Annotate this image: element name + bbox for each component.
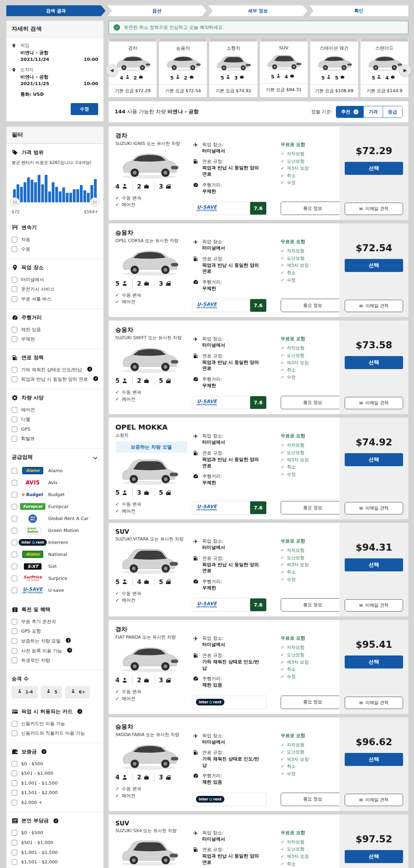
filter-option[interactable]: 무료 추가 운전자 xyxy=(12,617,98,627)
supplier-filter-surprice[interactable]: SurPricecar rentalsSurprice xyxy=(12,572,98,584)
step-확인[interactable]: 확인 xyxy=(309,5,408,16)
step-옵션[interactable]: 옵션 xyxy=(107,5,206,16)
checkbox[interactable] xyxy=(12,564,17,569)
step-세부 정보[interactable]: 세부 정보 xyxy=(208,5,307,16)
filter-option[interactable]: 위생적인 차량 xyxy=(12,655,98,665)
checkbox[interactable] xyxy=(12,327,17,332)
checkbox[interactable] xyxy=(12,830,17,836)
filter-option[interactable]: $2,000 + xyxy=(12,867,98,868)
checkbox[interactable] xyxy=(12,771,17,776)
info-icon[interactable]: i xyxy=(67,648,72,653)
filter-option[interactable]: $1,001 - $1,500 xyxy=(12,848,98,857)
info-icon[interactable]: i xyxy=(354,109,358,114)
filter-option[interactable]: 가득 채워진 상태로 인도/반납i xyxy=(12,365,98,375)
info-icon[interactable]: i xyxy=(42,749,46,754)
checkbox[interactable] xyxy=(12,436,17,442)
passenger-count-button-1-4[interactable]: 1-4 xyxy=(12,686,38,698)
checkbox[interactable] xyxy=(12,638,17,644)
checkbox[interactable] xyxy=(12,540,17,545)
important-info-button[interactable]: 중요 정보 xyxy=(281,696,345,709)
checkbox[interactable] xyxy=(12,286,17,292)
checkbox[interactable] xyxy=(12,336,17,342)
step-검색 결과[interactable]: 검색 결과 xyxy=(6,5,106,16)
select-button[interactable]: 선택 xyxy=(345,655,403,669)
info-icon[interactable]: i xyxy=(93,376,98,381)
email-quote-button[interactable]: ✉이메일 견적 xyxy=(345,300,403,312)
info-icon[interactable]: i xyxy=(77,709,82,714)
checkbox[interactable] xyxy=(12,619,17,625)
filter-option[interactable]: $0 - $500 xyxy=(12,828,98,838)
filter-option[interactable]: GPS 포함 xyxy=(12,626,98,636)
filter-option[interactable]: 신용카드와 직불카드 이용 가능 xyxy=(12,728,98,738)
filter-option[interactable]: 제한 있음 xyxy=(12,325,98,335)
filter-option[interactable]: $1,501 - $2,000 xyxy=(12,857,98,867)
price-slider-handle-max[interactable] xyxy=(90,197,100,207)
filter-option[interactable]: $501 - $1,000 xyxy=(12,838,98,848)
email-quote-button[interactable]: ✉이메일 견적 xyxy=(345,203,403,215)
filter-option[interactable]: 픽업과 반납 시 동일한 양의 연료i xyxy=(12,374,98,384)
info-icon[interactable]: i xyxy=(53,818,58,823)
supplier-filter-alamo[interactable]: AlamoAlamo xyxy=(12,465,98,477)
filter-option[interactable]: 운전기사 서비스 xyxy=(12,284,98,294)
supplier-filter-global[interactable]: GLOBALGlobal Rent A Car xyxy=(12,513,98,525)
filter-option[interactable]: 휘발유 xyxy=(12,434,98,444)
checkbox[interactable] xyxy=(12,790,17,796)
checkbox[interactable] xyxy=(12,552,17,557)
checkbox[interactable] xyxy=(12,277,17,283)
filter-option[interactable]: $501 - $1,000 xyxy=(12,768,98,778)
checkbox[interactable] xyxy=(12,730,17,736)
sort-button-등급[interactable]: 등급 xyxy=(383,106,402,118)
filter-option[interactable]: 무제한 xyxy=(12,334,98,344)
supplier-filter-europcar[interactable]: EuropcarEuropcar xyxy=(12,501,98,513)
checkbox[interactable] xyxy=(12,648,17,654)
filter-option[interactable]: $2,000 + xyxy=(12,798,98,807)
checkbox[interactable] xyxy=(12,376,17,382)
filter-option[interactable]: 터미널에서 xyxy=(12,275,98,285)
sort-button-가격[interactable]: 가격 xyxy=(363,106,383,118)
passenger-count-button-6+[interactable]: 6+ xyxy=(65,686,90,698)
filter-option[interactable]: 수동 xyxy=(12,244,98,254)
checkbox[interactable] xyxy=(12,367,17,373)
important-info-button[interactable]: 중요 정보 xyxy=(281,396,345,409)
vehicle-category-card[interactable]: 스테이션 왜건55기본 요금 $108.69 xyxy=(310,39,358,97)
checkbox[interactable] xyxy=(12,246,17,252)
filter-option[interactable]: 보증하는 차량 모델i xyxy=(12,636,98,646)
checkbox[interactable] xyxy=(12,840,17,845)
checkbox[interactable] xyxy=(12,588,17,593)
email-quote-button[interactable]: ✉이메일 견적 xyxy=(345,397,403,409)
checkbox[interactable] xyxy=(12,800,17,805)
important-info-button[interactable]: 중요 정보 xyxy=(281,793,345,806)
checkbox[interactable] xyxy=(12,658,17,663)
checkbox[interactable] xyxy=(12,237,17,242)
checkbox[interactable] xyxy=(12,480,17,486)
checkbox[interactable] xyxy=(12,780,17,786)
filter-option[interactable]: $0 - $500 xyxy=(12,759,98,769)
supplier-filter-interrent[interactable]: interrentInterrent xyxy=(12,537,98,549)
supplier-filter-greenmotion[interactable]: greenmotionGreen Motion xyxy=(12,525,98,537)
select-button[interactable]: 선택 xyxy=(345,453,403,466)
important-info-button[interactable]: 중요 정보 xyxy=(281,299,345,312)
filter-option[interactable]: $1,001 - $1,500 xyxy=(12,778,98,788)
filter-option[interactable]: $1,501 - $2,000 xyxy=(12,788,98,798)
checkbox[interactable] xyxy=(12,528,17,533)
select-button[interactable]: 선택 xyxy=(345,850,403,863)
email-quote-button[interactable]: ✉이메일 견적 xyxy=(345,502,403,514)
checkbox[interactable] xyxy=(12,628,17,634)
filter-option[interactable]: 자동 xyxy=(12,235,98,245)
checkbox[interactable] xyxy=(12,859,17,865)
checkbox[interactable] xyxy=(12,407,17,413)
vehicle-category-card[interactable]: SUV54기본 요금 $94.31 xyxy=(260,39,308,97)
email-quote-button[interactable]: ✉이메일 견적 xyxy=(345,697,403,709)
filter-option[interactable]: 디젤 xyxy=(12,414,98,424)
sort-button-추천[interactable]: 추천i xyxy=(336,106,363,118)
checkbox[interactable] xyxy=(12,417,17,422)
info-icon[interactable]: i xyxy=(87,367,92,372)
edit-search-button[interactable]: 수정 xyxy=(71,103,98,115)
checkbox[interactable] xyxy=(12,850,17,855)
select-button[interactable]: 선택 xyxy=(345,753,403,766)
email-quote-button[interactable]: ✉이메일 견적 xyxy=(345,599,403,612)
filter-option[interactable]: 에어컨 xyxy=(12,405,98,415)
filter-option[interactable]: 신용카드만 이용 가능 xyxy=(12,719,98,729)
email-quote-button[interactable]: ✉이메일 견적 xyxy=(345,794,403,806)
filter-option[interactable]: GPS xyxy=(12,424,98,434)
